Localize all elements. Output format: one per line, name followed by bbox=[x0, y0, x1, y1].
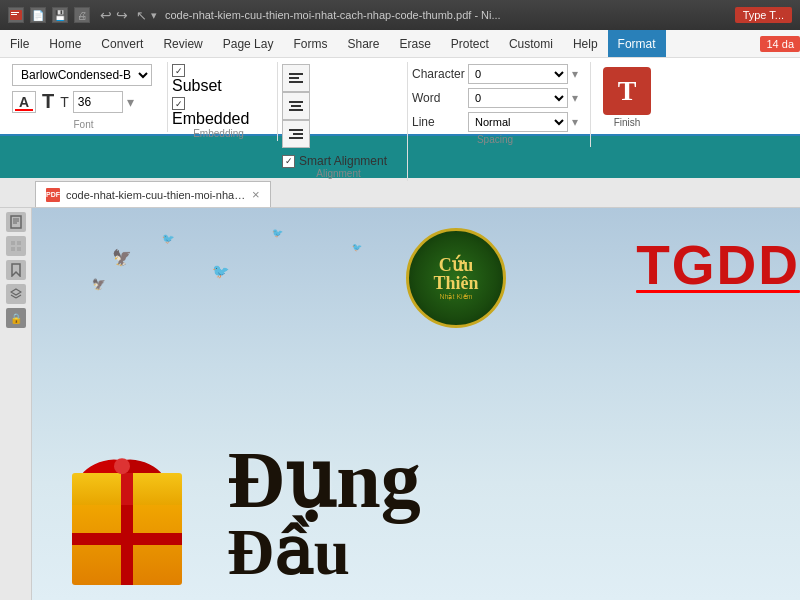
content-area: 🔒 🦅 🐦 🐦 🐦 🦅 🐦 CứuThiên Nhật Kiếm bbox=[0, 208, 800, 600]
app-icon bbox=[8, 7, 24, 23]
line-label: Line bbox=[412, 115, 464, 129]
dropdown-icon[interactable]: ▾ bbox=[151, 9, 157, 22]
menu-home[interactable]: Home bbox=[39, 30, 91, 57]
character-spacing-select[interactable]: 0 bbox=[468, 64, 568, 84]
svg-rect-16 bbox=[11, 241, 15, 245]
typing-icon-letter: T bbox=[618, 75, 637, 107]
bird-2: 🐦 bbox=[162, 233, 174, 244]
svg-marker-20 bbox=[12, 264, 20, 276]
font-size-dropdown[interactable]: ▾ bbox=[127, 94, 134, 110]
document-tab[interactable]: PDF code-nhat-kiem-cuu-thien-moi-nhat-..… bbox=[35, 181, 271, 207]
menu-share[interactable]: Share bbox=[337, 30, 389, 57]
font-group: BarlowCondensed-Black A T T ▾ Font bbox=[8, 62, 168, 132]
menu-erase[interactable]: Erase bbox=[390, 30, 441, 57]
tgdd-text: TGDD bbox=[636, 233, 800, 297]
document-image: 🦅 🐦 🐦 🐦 🦅 🐦 CứuThiên Nhật Kiếm TGDD bbox=[32, 208, 800, 600]
svg-rect-17 bbox=[17, 241, 21, 245]
character-label: Character bbox=[412, 67, 464, 81]
align-right-button[interactable] bbox=[282, 120, 310, 148]
sidebar-bookmark-icon[interactable] bbox=[6, 260, 26, 280]
sidebar-page-icon[interactable] bbox=[6, 212, 26, 232]
menu-page-layout[interactable]: Page Lay bbox=[213, 30, 284, 57]
menu-help[interactable]: Help bbox=[563, 30, 608, 57]
embedded-row: Embedded bbox=[172, 97, 249, 128]
typing-group-label: Finish bbox=[614, 117, 641, 128]
word-label: Word bbox=[412, 91, 464, 105]
viet-text-line2: Đầu bbox=[227, 514, 790, 590]
svg-rect-12 bbox=[11, 216, 21, 228]
subset-checkbox[interactable] bbox=[172, 64, 185, 77]
svg-line-22 bbox=[11, 295, 16, 298]
svg-rect-2 bbox=[11, 14, 17, 15]
font-underline-color bbox=[15, 109, 33, 111]
days-badge: 14 da bbox=[760, 36, 800, 52]
menu-convert[interactable]: Convert bbox=[91, 30, 153, 57]
toolbar-icon-1[interactable]: 📄 bbox=[30, 7, 46, 23]
sidebar-layer-icon[interactable] bbox=[6, 284, 26, 304]
window-title: code-nhat-kiem-cuu-thien-moi-nhat-cach-n… bbox=[165, 9, 727, 21]
menu-protect[interactable]: Protect bbox=[441, 30, 499, 57]
embedded-checkbox[interactable] bbox=[172, 97, 185, 110]
document-view: 🦅 🐦 🐦 🐦 🦅 🐦 CứuThiên Nhật Kiếm TGDD bbox=[32, 208, 800, 600]
smart-alignment-checkbox[interactable] bbox=[282, 155, 295, 168]
tab-close-button[interactable]: × bbox=[252, 187, 260, 202]
title-bar: 📄 💾 🖨 ↩ ↪ ↖ ▾ code-nhat-kiem-cuu-thien-m… bbox=[0, 0, 800, 30]
tgdd-underline bbox=[636, 290, 800, 293]
menu-file[interactable]: File bbox=[0, 30, 39, 57]
typing-group-content: T Finish bbox=[603, 62, 651, 132]
redo-icon[interactable]: ↪ bbox=[116, 7, 128, 23]
menu-forms[interactable]: Forms bbox=[283, 30, 337, 57]
sidebar-lock-icon[interactable]: 🔒 bbox=[6, 308, 26, 328]
character-spacing-row: Character 0 ▾ bbox=[412, 64, 578, 84]
gift-ribbon-v-body bbox=[121, 505, 133, 585]
gift-box-body bbox=[72, 505, 182, 585]
logo-main-text: CứuThiên bbox=[433, 256, 478, 292]
spacing-group-content: Character 0 ▾ Word 0 ▾ Line Normal ▾ bbox=[412, 62, 578, 134]
ribbon: BarlowCondensed-Black A T T ▾ Font Subse… bbox=[0, 58, 800, 136]
toolbar-icon-3[interactable]: 🖨 bbox=[74, 7, 90, 23]
align-center-button[interactable] bbox=[282, 92, 310, 120]
embedding-group: Subset Embedded Embedding bbox=[168, 62, 278, 141]
font-color-button[interactable]: A bbox=[12, 91, 36, 113]
font-select[interactable]: BarlowCondensed-Black bbox=[12, 64, 152, 86]
character-dropdown-icon[interactable]: ▾ bbox=[572, 67, 578, 81]
tgdd-container: TGDD bbox=[636, 233, 800, 297]
sidebar-thumbnail-icon[interactable] bbox=[6, 236, 26, 256]
spacing-group: Character 0 ▾ Word 0 ▾ Line Normal ▾ bbox=[408, 62, 591, 147]
logo-circle: CứuThiên Nhật Kiếm bbox=[406, 228, 506, 328]
main-vietnamese-text: Đụng Đầu bbox=[227, 446, 790, 590]
cursor-icon[interactable]: ↖ bbox=[136, 8, 147, 23]
menu-format[interactable]: Format bbox=[608, 30, 666, 57]
toolbar-icon-2[interactable]: 💾 bbox=[52, 7, 68, 23]
word-dropdown-icon[interactable]: ▾ bbox=[572, 91, 578, 105]
alignment-group-label: Alignment bbox=[282, 168, 395, 181]
bird-4: 🐦 bbox=[272, 228, 283, 238]
alignment-group-content: Smart Alignment bbox=[282, 62, 387, 168]
typing-group: T Finish bbox=[591, 62, 671, 132]
menu-customize[interactable]: Customi bbox=[499, 30, 563, 57]
word-spacing-select[interactable]: 0 bbox=[468, 88, 568, 108]
game-logo-area: CứuThiên Nhật Kiếm bbox=[406, 228, 506, 328]
bow-center bbox=[114, 458, 130, 474]
font-group-label: Font bbox=[12, 119, 155, 132]
viet-text-line1: Đụng bbox=[227, 446, 790, 514]
pdf-icon: PDF bbox=[46, 188, 60, 202]
font-size-input[interactable] bbox=[73, 91, 123, 113]
font-group-content: BarlowCondensed-Black A T T ▾ bbox=[12, 62, 152, 119]
finish-typing-button[interactable]: T bbox=[603, 67, 651, 115]
subset-label: Subset bbox=[172, 77, 222, 94]
subset-row: Subset bbox=[172, 64, 249, 95]
bird-1: 🦅 bbox=[112, 248, 132, 267]
undo-icon[interactable]: ↩ bbox=[100, 7, 112, 23]
font-large-a: T bbox=[42, 90, 54, 113]
align-left-button[interactable] bbox=[282, 64, 310, 92]
svg-line-23 bbox=[16, 295, 21, 298]
line-dropdown-icon[interactable]: ▾ bbox=[572, 115, 578, 129]
menu-review[interactable]: Review bbox=[153, 30, 212, 57]
line-spacing-select[interactable]: Normal bbox=[468, 112, 568, 132]
undo-redo: ↩ ↪ bbox=[100, 7, 128, 23]
tab-title: code-nhat-kiem-cuu-thien-moi-nhat-... bbox=[66, 189, 246, 201]
bird-5: 🦅 bbox=[92, 278, 106, 291]
word-spacing-row: Word 0 ▾ bbox=[412, 88, 578, 108]
type-badge: Type T... bbox=[735, 7, 792, 23]
